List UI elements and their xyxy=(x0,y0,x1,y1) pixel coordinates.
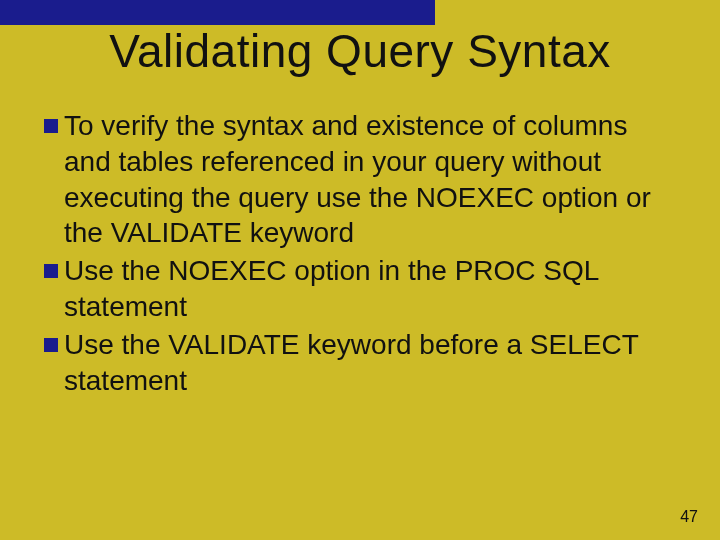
bullet-text: To verify the syntax and existence of co… xyxy=(64,108,676,251)
bullet-item: Use the NOEXEC option in the PROC SQL st… xyxy=(44,253,676,325)
slide-title: Validating Query Syntax xyxy=(0,24,720,78)
bullet-item: Use the VALIDATE keyword before a SELECT… xyxy=(44,327,676,399)
square-bullet-icon xyxy=(44,338,58,352)
bullet-text: Use the VALIDATE keyword before a SELECT… xyxy=(64,327,676,399)
page-number: 47 xyxy=(680,508,698,526)
slide-body: To verify the syntax and existence of co… xyxy=(44,108,676,401)
square-bullet-icon xyxy=(44,119,58,133)
slide: Validating Query Syntax To verify the sy… xyxy=(0,0,720,540)
square-bullet-icon xyxy=(44,264,58,278)
bullet-item: To verify the syntax and existence of co… xyxy=(44,108,676,251)
title-accent-bar xyxy=(0,0,435,25)
bullet-text: Use the NOEXEC option in the PROC SQL st… xyxy=(64,253,676,325)
